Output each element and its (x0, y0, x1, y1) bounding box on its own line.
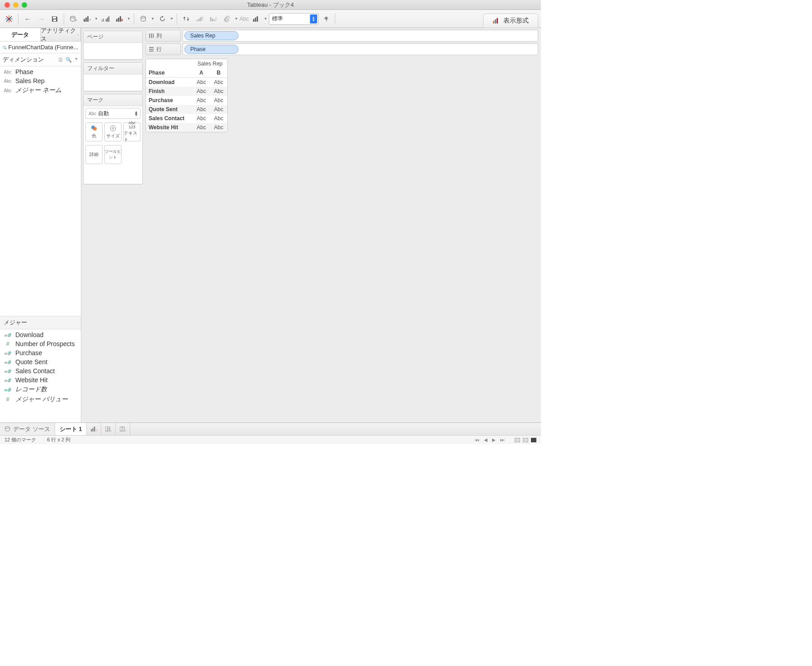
new-datasource-button[interactable]: + (67, 13, 80, 25)
sort-desc-button[interactable] (207, 13, 220, 25)
rows-icon (149, 47, 154, 52)
mark-type-select[interactable]: Abc 自動 ▲▼ (85, 108, 141, 119)
window-close[interactable] (5, 2, 10, 8)
rows-shelf-label: 行 (146, 43, 181, 55)
save-button[interactable] (48, 13, 61, 25)
nav-prev-icon[interactable]: ◀ (483, 437, 488, 442)
svg-rect-24 (200, 17, 202, 21)
marks-color[interactable]: 色 (85, 122, 103, 141)
nav-next-icon[interactable]: ▶ (491, 437, 497, 442)
marks-text[interactable]: Abc123 テキスト (123, 122, 141, 141)
swap-button[interactable] (180, 13, 192, 25)
tableau-logo-icon[interactable] (3, 13, 15, 25)
svg-point-39 (112, 127, 114, 129)
sort-asc-button[interactable] (193, 13, 206, 25)
clear-sheet-dropdown[interactable]: ▼ (127, 17, 131, 21)
pages-shelf[interactable] (84, 43, 142, 59)
marks-detail[interactable]: 詳細 (85, 145, 103, 164)
status-marks: 12 個のマーク (5, 436, 36, 443)
marks-size[interactable]: サイズ (104, 122, 122, 141)
filters-card: フィルター (83, 62, 143, 91)
svg-point-21 (141, 16, 146, 18)
tab-analytics[interactable]: アナリティクス◦ (41, 28, 81, 41)
datasource-item[interactable]: FunnelChartData (Funne... (0, 42, 81, 53)
new-sheet-button[interactable]: + (87, 423, 101, 435)
refresh-button[interactable] (156, 13, 169, 25)
undo-button[interactable]: ← (21, 13, 34, 25)
svg-rect-27 (214, 20, 215, 21)
nav-first-icon[interactable]: ⏮ (474, 437, 480, 442)
columns-shelf[interactable]: Sales Rep (183, 30, 538, 42)
measure-item[interactable]: #Number of Prospects (0, 339, 81, 348)
pin-button[interactable] (319, 13, 332, 25)
new-worksheet-button[interactable]: + (80, 13, 93, 25)
duplicate-sheet-button[interactable] (99, 13, 112, 25)
sheet-tabs: データ ソース シート 1 + + + (0, 422, 541, 435)
svg-rect-10 (87, 16, 89, 22)
measure-item[interactable]: =#レコード数 (0, 385, 81, 394)
measure-item[interactable]: =#Purchase (0, 348, 81, 357)
tab-data[interactable]: データ (0, 28, 41, 41)
svg-rect-8 (84, 19, 85, 22)
totals-button[interactable] (250, 13, 263, 25)
redo-button[interactable]: → (35, 13, 47, 25)
view-list-icon[interactable]: ☰ (58, 57, 63, 63)
fit-select[interactable]: 標準 ▲▼ (269, 13, 319, 25)
window-minimize[interactable] (13, 2, 19, 8)
filters-shelf[interactable] (84, 75, 142, 91)
view-grid-icon[interactable] (515, 438, 520, 442)
svg-rect-18 (118, 18, 119, 22)
pill-sales-rep[interactable]: Sales Rep (184, 31, 239, 40)
dimension-item[interactable]: Abcメジャー ネーム (0, 85, 81, 95)
svg-rect-17 (116, 19, 117, 22)
svg-text:+: + (124, 429, 126, 432)
workspace: 列 Sales Rep 行 Phase Sales RepPhaseABDown… (145, 28, 541, 422)
tab-datasource[interactable]: データ ソース (0, 423, 55, 435)
dimension-item[interactable]: AbcSales Rep (0, 76, 81, 85)
show-me-button[interactable]: 表示形式 (483, 14, 538, 28)
auto-update-button[interactable] (137, 13, 150, 25)
dimension-item[interactable]: AbcPhase (0, 67, 81, 76)
tab-sheet-1[interactable]: シート 1 (55, 423, 87, 435)
measure-item[interactable]: =#Download (0, 330, 81, 339)
svg-text:+: + (75, 18, 77, 23)
clear-sheet-button[interactable]: × (113, 13, 126, 25)
datasource-label: FunnelChartData (Funne... (8, 44, 78, 51)
svg-point-38 (110, 126, 116, 131)
marks-tooltip[interactable]: ツールヒント (104, 145, 122, 164)
data-pane: データ アナリティクス◦ FunnelChartData (Funne... デ… (0, 28, 81, 422)
new-dashboard-button[interactable]: + (101, 423, 116, 435)
svg-rect-16 (108, 16, 109, 22)
attach-button[interactable] (221, 13, 233, 25)
svg-point-46 (5, 427, 10, 428)
view-slide-icon[interactable] (531, 438, 536, 442)
svg-point-34 (3, 46, 5, 47)
svg-text:+: + (89, 18, 90, 22)
svg-rect-45 (149, 51, 154, 52)
new-worksheet-dropdown[interactable]: ▼ (94, 17, 99, 21)
totals-dropdown[interactable]: ▼ (263, 17, 268, 21)
svg-rect-14 (106, 19, 107, 22)
measure-item[interactable]: =#Quote Sent (0, 357, 81, 366)
svg-rect-15 (107, 18, 108, 22)
attach-dropdown[interactable]: ▼ (234, 17, 239, 21)
rows-shelf[interactable]: Phase (183, 43, 538, 55)
dimensions-header: ディメンション ☰ 🔍 ▼ (0, 53, 81, 66)
search-icon[interactable]: 🔍 (66, 57, 72, 63)
measure-item[interactable]: #メジャー バリュー (0, 394, 81, 404)
view-filmstrip-icon[interactable] (523, 438, 528, 442)
svg-text:×: × (121, 18, 123, 22)
window-maximize[interactable] (22, 2, 27, 8)
pages-card: ページ (83, 31, 143, 60)
measures-header: メジャー (0, 316, 81, 329)
auto-update-dropdown[interactable]: ▼ (150, 17, 155, 21)
menu-dropdown-icon[interactable]: ▼ (75, 57, 78, 63)
pill-phase[interactable]: Phase (184, 45, 239, 54)
refresh-dropdown[interactable]: ▼ (169, 17, 174, 21)
measure-item[interactable]: =#Sales Contact (0, 366, 81, 375)
marks-shelf[interactable] (84, 166, 142, 184)
measure-item[interactable]: =#Website Hit (0, 375, 81, 385)
nav-last-icon[interactable]: ⏭ (499, 437, 506, 442)
new-story-button[interactable]: + (116, 423, 130, 435)
viz-crosstab[interactable]: Sales RepPhaseABDownloadAbcAbcFinishAbcA… (146, 59, 228, 132)
